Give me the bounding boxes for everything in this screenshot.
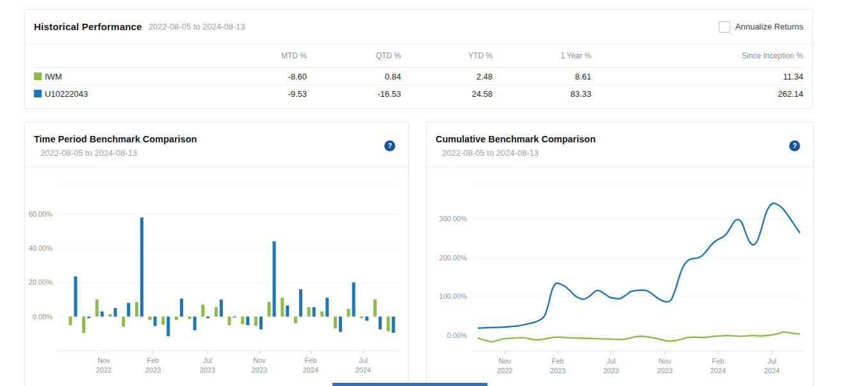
row-label-account: U10222043 [34,89,211,99]
svg-text:Feb: Feb [712,357,725,365]
time-period-panel-header: Time Period Benchmark Comparison 2022-08… [25,122,408,167]
iwm-qtd-value: 0.84 [307,72,401,81]
table-header-row: MTD % QTD % YTD % 1 Year % Since Incepti… [34,44,803,68]
account-legend-swatch [34,90,42,97]
svg-text:20.00%: 20.00% [29,278,53,286]
cumulative-title: Cumulative Benchmark Comparison [436,134,804,144]
svg-text:Nov: Nov [498,357,511,365]
bar-chart-area: 0.00%20.00%40.00%60.00%Nov2022Feb2023Jul… [25,167,408,386]
iwm-mtd-value: -8.60 [211,72,307,81]
iwm-1year-value: 8.61 [493,72,591,81]
cumulative-date-range: 2022-08-05 to 2024-08-13 [442,148,804,158]
svg-text:300.00%: 300.00% [439,215,468,222]
column-header-ytd: YTD % [401,51,493,60]
svg-text:200.00%: 200.00% [439,254,468,262]
account-qtd-value: -16.53 [307,89,401,99]
svg-text:Feb: Feb [552,357,564,365]
historical-performance-header: Historical Performance 2022-08-05 to 202… [25,10,812,44]
cumulative-panel-header: Cumulative Benchmark Comparison 2022-08-… [427,122,813,167]
line-chart-area: 0.00%100.00%200.00%300.00%Nov2022Feb2023… [427,167,813,386]
column-header-qtd: QTD % [307,51,401,60]
account-mtd-value: -9.53 [211,89,307,99]
annualize-returns-control: Annualize Returns [719,21,803,33]
svg-text:2022: 2022 [497,367,512,374]
svg-text:60.00%: 60.00% [29,210,53,218]
svg-text:40.00%: 40.00% [29,244,53,252]
svg-text:2023: 2023 [657,367,673,374]
column-header-1year: 1 Year % [493,51,591,60]
row-label-iwm: IWM [34,72,211,81]
portfolio-analyst-page: { "colors": { "iwm_green": "#8cbe42", "a… [0,0,868,386]
annualize-returns-checkbox[interactable] [719,21,730,33]
svg-text:2024: 2024 [356,366,371,374]
column-header-since-inception: Since Inception % [591,51,803,60]
svg-text:Jul: Jul [359,357,368,364]
date-range: 2022-08-05 to 2024-08-13 [149,22,245,31]
svg-text:2023: 2023 [603,367,619,374]
column-header-mtd: MTD % [211,51,307,60]
page-title: Historical Performance [34,21,142,32]
svg-text:Nov: Nov [253,357,266,364]
table-row: IWM -8.60 0.84 2.48 8.61 11.34 [34,68,803,85]
svg-text:100.00%: 100.00% [439,292,468,300]
svg-text:2024: 2024 [303,366,318,374]
svg-text:Jul: Jul [767,357,776,365]
svg-text:Feb: Feb [305,357,317,364]
svg-text:2023: 2023 [252,366,267,374]
iwm-ytd-value: 2.48 [401,72,493,81]
help-icon[interactable]: ? [384,140,395,151]
svg-text:2023: 2023 [145,366,161,374]
performance-table: MTD % QTD % YTD % 1 Year % Since Incepti… [25,44,812,102]
benchmark-name: IWM [45,72,62,81]
svg-text:0.00%: 0.00% [33,313,53,321]
historical-performance-panel: Historical Performance 2022-08-05 to 202… [24,9,813,109]
account-1year-value: 83.33 [493,89,591,99]
svg-text:Nov: Nov [97,357,110,364]
cumulative-benchmark-panel: Cumulative Benchmark Comparison 2022-08-… [426,122,814,386]
horizontal-scrollbar-thumb[interactable] [332,383,487,386]
time-period-date-range: 2022-08-05 to 2024-08-13 [40,148,399,158]
iwm-since-inception-value: 11.34 [591,72,803,81]
account-name: U10222043 [45,89,88,99]
table-row: U10222043 -9.53 -16.53 24.58 83.33 262.1… [34,85,803,102]
annualize-returns-label[interactable]: Annualize Returns [735,22,803,31]
account-since-inception-value: 262.14 [591,89,803,99]
time-period-benchmark-panel: Time Period Benchmark Comparison 2022-08… [24,122,409,386]
svg-text:Jul: Jul [607,357,616,365]
svg-text:2023: 2023 [550,367,566,374]
svg-text:2023: 2023 [200,366,215,374]
svg-text:2024: 2024 [764,367,780,374]
svg-text:Nov: Nov [659,357,671,365]
bar-chart-svg: 0.00%20.00%40.00%60.00%Nov2022Feb2023Jul… [25,167,408,386]
help-icon[interactable]: ? [789,140,800,151]
svg-text:0.00%: 0.00% [447,331,467,339]
svg-text:Jul: Jul [203,357,212,364]
time-period-title: Time Period Benchmark Comparison [34,134,399,144]
iwm-legend-swatch [34,72,42,80]
svg-text:2024: 2024 [710,367,726,374]
account-ytd-value: 24.58 [401,89,493,99]
line-chart-svg: 0.00%100.00%200.00%300.00%Nov2022Feb2023… [427,167,813,386]
svg-text:Feb: Feb [147,357,160,364]
svg-text:2022: 2022 [96,366,111,374]
